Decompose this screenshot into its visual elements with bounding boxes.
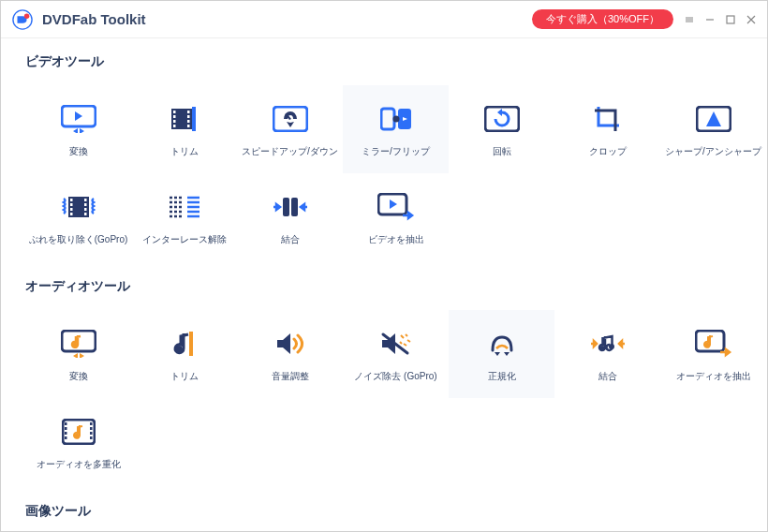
tool-label: 正規化	[488, 370, 516, 383]
svg-rect-2	[727, 16, 734, 23]
multiplex-icon	[62, 419, 96, 445]
svg-rect-29	[283, 198, 289, 216]
menu-button[interactable]	[685, 15, 694, 24]
svg-rect-25	[84, 199, 87, 201]
crop-icon	[593, 105, 623, 133]
svg-rect-23	[70, 208, 73, 211]
svg-rect-11	[187, 120, 190, 123]
tool-deshake[interactable]: ぶれを取り除く(GoPro)	[25, 173, 131, 261]
tool-deinterlace[interactable]: インターレース解除	[131, 173, 237, 261]
svg-rect-9	[187, 111, 190, 113]
tool-denoise[interactable]: ノイズ除去 (GoPro)	[343, 310, 449, 398]
svg-rect-28	[84, 213, 87, 215]
svg-rect-27	[84, 208, 87, 211]
tool-volume[interactable]: 音量調整	[237, 310, 343, 398]
minimize-button[interactable]	[705, 15, 715, 24]
title-bar: DVDFab Toolkit 今すぐ購入（30%OFF）	[1, 1, 767, 38]
tool-sharpen[interactable]: シャープ/アンシャープ	[660, 85, 766, 173]
tool-trim[interactable]: トリム	[131, 85, 237, 173]
svg-rect-7	[173, 120, 176, 123]
tool-speed[interactable]: スピードアップ/ダウン	[237, 85, 343, 173]
tool-label: クロップ	[589, 145, 627, 158]
svg-rect-10	[187, 115, 190, 118]
buy-now-button[interactable]: 今すぐ購入（30%OFF）	[532, 9, 673, 29]
svg-point-1	[24, 13, 30, 18]
tool-label: 音量調整	[272, 370, 309, 383]
tool-a-trim[interactable]: トリム	[131, 310, 237, 398]
audio-grid: 変換 トリム 音量調整 ノイズ除去 (GoPro) 正規化 結合 オーディオを抽…	[25, 310, 767, 486]
tool-label: ノイズ除去 (GoPro)	[354, 370, 436, 383]
tool-label: ミラー/フリップ	[362, 145, 430, 158]
audio-section-title: オーディオツール	[25, 278, 767, 295]
merge-icon	[272, 194, 309, 220]
app-logo-icon	[12, 9, 33, 30]
audio-merge-icon	[589, 331, 627, 357]
audio-convert-icon	[61, 330, 96, 358]
svg-point-37	[609, 344, 614, 349]
tool-label: スピードアップ/ダウン	[242, 145, 338, 158]
tool-extract-audio[interactable]: オーディオを抽出	[660, 310, 766, 398]
svg-rect-42	[65, 427, 67, 430]
tool-extract-video[interactable]: ビデオを抽出	[343, 173, 449, 261]
svg-point-36	[599, 346, 605, 351]
svg-point-49	[74, 434, 79, 438]
svg-rect-8	[173, 125, 176, 127]
trim-icon	[170, 105, 199, 133]
speed-icon	[273, 106, 308, 132]
svg-rect-26	[84, 203, 87, 206]
svg-rect-22	[70, 203, 73, 206]
tool-label: 回転	[493, 145, 511, 158]
sharpen-icon	[696, 106, 731, 132]
tool-rotate[interactable]: 回転	[449, 85, 554, 173]
svg-rect-45	[90, 422, 93, 425]
svg-point-39	[704, 343, 709, 347]
svg-rect-21	[70, 199, 73, 201]
tool-crop[interactable]: クロップ	[554, 85, 660, 173]
image-section-title: 画像ツール	[25, 503, 767, 520]
mirror-icon	[380, 105, 412, 133]
svg-rect-48	[90, 436, 93, 439]
tool-label: オーディオを抽出	[676, 370, 751, 383]
svg-rect-13	[192, 107, 196, 131]
svg-rect-44	[65, 436, 67, 439]
tool-mirror[interactable]: ミラー/フリップ	[343, 85, 449, 173]
svg-rect-46	[90, 427, 93, 430]
video-grid: 変換 トリム スピードアップ/ダウン ミラー/フリップ 回転 クロップ シャープ…	[25, 85, 767, 261]
svg-rect-24	[70, 213, 73, 215]
tool-a-merge[interactable]: 結合	[554, 310, 660, 398]
deinterlace-icon	[168, 195, 201, 219]
denoise-icon	[379, 331, 413, 357]
svg-rect-47	[90, 432, 93, 435]
close-button[interactable]	[746, 15, 756, 24]
content-area: ビデオツール 変換 トリム スピードアップ/ダウン ミラー/フリップ 回転 クロ…	[1, 38, 767, 532]
tool-label: オーディオを多重化	[37, 458, 121, 471]
tool-convert[interactable]: 変換	[25, 85, 131, 173]
convert-icon	[61, 105, 96, 133]
tool-label: インターレース解除	[142, 233, 227, 246]
tool-label: トリム	[170, 370, 199, 383]
tool-label: ぶれを取り除く(GoPro)	[29, 233, 128, 246]
maximize-button[interactable]	[726, 15, 735, 24]
tool-merge[interactable]: 結合	[237, 173, 343, 261]
svg-rect-15	[381, 109, 394, 129]
tool-multiplex[interactable]: オーディオを多重化	[25, 398, 131, 486]
video-section-title: ビデオツール	[25, 53, 767, 70]
tool-label: トリム	[170, 145, 199, 158]
svg-rect-35	[189, 332, 193, 356]
normalize-icon	[487, 330, 517, 358]
deshake-icon	[62, 193, 96, 221]
extract-audio-icon	[695, 330, 732, 358]
rotate-icon	[484, 106, 520, 132]
volume-icon	[274, 331, 306, 357]
svg-rect-6	[173, 115, 176, 118]
tool-a-convert[interactable]: 変換	[25, 310, 131, 398]
svg-point-17	[392, 116, 399, 123]
extract-video-icon	[377, 193, 415, 221]
svg-rect-41	[65, 422, 67, 425]
tool-normalize[interactable]: 正規化	[449, 310, 554, 398]
svg-point-33	[72, 343, 77, 347]
tool-label: シャープ/アンシャープ	[665, 145, 761, 158]
audio-trim-icon	[170, 330, 199, 358]
svg-rect-12	[187, 125, 190, 127]
app-title: DVDFab Toolkit	[42, 11, 146, 27]
